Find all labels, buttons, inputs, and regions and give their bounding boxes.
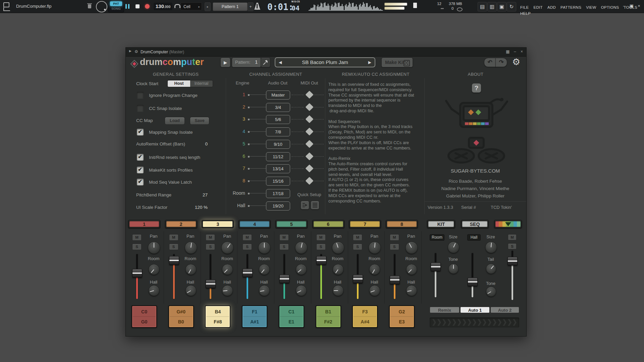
midi-out-diamond[interactable] [305, 140, 313, 148]
menu-patterns[interactable]: PATTERNS [560, 5, 581, 9]
master-solo-button[interactable]: S [508, 243, 517, 249]
midi-out-diamond[interactable] [305, 152, 313, 160]
audio-out-select[interactable]: 11/12 [266, 152, 290, 161]
room-send-knob[interactable] [406, 264, 417, 275]
midi-out-diamond[interactable] [305, 90, 313, 99]
volume-fader[interactable] [390, 276, 400, 284]
panel-icon[interactable] [3, 2, 9, 7]
note-pad-8[interactable]: G2E3 [389, 305, 415, 328]
channel-1-button[interactable]: 1 [128, 220, 160, 228]
tab-general-settings[interactable]: GENERAL SETTINGS [126, 72, 226, 77]
channel-2-button[interactable]: 2 [165, 220, 197, 228]
midi-out-diamond[interactable] [305, 128, 313, 136]
mute-button[interactable]: M [353, 234, 362, 241]
audio-out-select[interactable]: 15/16 [266, 177, 290, 186]
audio-out-select[interactable]: 5/6 [266, 115, 290, 124]
channel-8-button[interactable]: 8 [386, 220, 418, 228]
expand-arrow-icon[interactable]: ▶ [129, 49, 131, 53]
auto-1-button[interactable]: Auto 1 [460, 307, 490, 313]
add-pattern-button[interactable]: + [248, 2, 254, 11]
note-pad-7[interactable]: F3A#4 [352, 305, 378, 328]
mute-button[interactable]: M [243, 234, 252, 241]
ui-scale-value[interactable]: 120 % [185, 205, 208, 210]
auto-2-button[interactable]: Auto 2 [490, 307, 519, 313]
make-kit-button[interactable]: Make Kit [381, 58, 413, 67]
pan-knob[interactable] [295, 242, 307, 254]
channel-4-button[interactable]: 4 [238, 220, 271, 228]
mute-button[interactable]: M [206, 234, 215, 241]
note-pad-3[interactable]: B4F#8 [205, 305, 230, 328]
master-pitch-slider[interactable] [384, 7, 405, 10]
menu-edit[interactable]: EDIT [534, 5, 543, 9]
picture-icon[interactable]: ▣ [497, 2, 506, 11]
master-mute-button[interactable]: M [508, 234, 517, 240]
pan-knob[interactable] [332, 242, 344, 254]
time-display[interactable]: 0:01: 04 M:S:CS [267, 1, 307, 12]
pause-button[interactable] [125, 4, 130, 9]
ignore-program-change-checkbox[interactable] [137, 92, 144, 99]
midi-out-diamond[interactable] [305, 177, 313, 185]
mute-button[interactable]: M [132, 234, 142, 241]
plugin-titlebar[interactable]: ▶ ⚙ DrumComputer (Master) ▦ – × [126, 48, 526, 57]
pan-knob[interactable] [148, 242, 160, 254]
audio-out-select[interactable]: 3/4 [266, 103, 290, 112]
audio-out-select[interactable]: 17/18 [266, 189, 290, 198]
solo-button[interactable]: S [132, 244, 142, 250]
solo-button[interactable]: S [243, 244, 252, 250]
note-pad-6[interactable]: B1F#2 [316, 305, 341, 328]
menu-file[interactable]: FILE [520, 5, 529, 9]
solo-button[interactable]: S [390, 244, 399, 250]
plugin-gear-icon[interactable]: ⚙ [135, 49, 138, 54]
hall-send-knob[interactable] [369, 285, 380, 296]
cc-map-load-button[interactable]: Load [165, 117, 185, 125]
solo-button[interactable]: S [353, 244, 362, 250]
master-volume-slider[interactable] [384, 3, 407, 6]
hall-send-knob[interactable] [149, 285, 159, 296]
room-level-fader[interactable] [431, 262, 441, 271]
mixer-icon[interactable]: ▥ [487, 2, 497, 11]
hall-tone-knob[interactable] [486, 287, 496, 297]
pattern-prev-button[interactable]: ▸ [205, 2, 211, 11]
hall-master-label[interactable]: Hall [467, 234, 481, 241]
menu-view[interactable]: VIEW [586, 5, 596, 9]
hall-send-knob[interactable] [185, 285, 196, 296]
minimize-button[interactable]: – [621, 3, 627, 9]
shuffle-knob[interactable] [96, 1, 107, 12]
pattern-box[interactable]: Pattern: 1 [232, 58, 261, 67]
hall-send-knob[interactable] [222, 285, 233, 296]
preset-selector[interactable]: ◀ SB Bacon Plum Jam ▶ [275, 57, 375, 67]
help-question-button[interactable]: ? [472, 83, 481, 93]
channel-3-button[interactable]: 3 [202, 220, 234, 228]
solo-button[interactable]: S [279, 244, 289, 250]
hall-send-knob[interactable] [296, 285, 307, 296]
pan-knob[interactable] [221, 242, 233, 254]
audio-out-select[interactable]: 7/8 [266, 127, 290, 136]
clock-host-option[interactable]: Host [168, 80, 190, 87]
preset-prev-icon[interactable]: ◀ [279, 58, 282, 67]
quick-setup-list-button[interactable] [311, 201, 319, 209]
pan-knob[interactable] [406, 242, 418, 254]
stop-button[interactable] [136, 4, 140, 8]
menu-help[interactable]: HELP [520, 11, 531, 15]
pitchbend-range-value[interactable]: 27 [185, 192, 208, 197]
undo-button[interactable]: ↶ [484, 58, 496, 67]
tempo-display[interactable]: 130.000 [154, 3, 172, 10]
pan-knob[interactable] [258, 242, 270, 254]
hall-size-knob[interactable] [485, 242, 497, 253]
midi-out-diamond[interactable] [305, 165, 313, 173]
room-send-knob[interactable] [222, 264, 233, 275]
plugin-close-icon[interactable]: × [521, 49, 523, 54]
audio-out-select[interactable]: 13/14 [266, 164, 290, 173]
hall-level-fader[interactable] [468, 278, 478, 286]
mute-button[interactable]: M [279, 234, 289, 241]
layout-icon[interactable] [3, 7, 10, 11]
tab-about[interactable]: ABOUT [426, 72, 526, 77]
room-send-knob[interactable] [149, 264, 159, 275]
clock-internal-option[interactable]: Internal [190, 80, 213, 87]
cc-map-save-button[interactable]: Save [190, 117, 209, 125]
solo-button[interactable]: S [316, 244, 326, 250]
playlist-icon[interactable]: ▤ [478, 2, 487, 11]
volume-fader[interactable] [353, 275, 363, 283]
master-volume-fader[interactable] [507, 257, 518, 265]
room-tone-knob[interactable] [448, 264, 459, 274]
